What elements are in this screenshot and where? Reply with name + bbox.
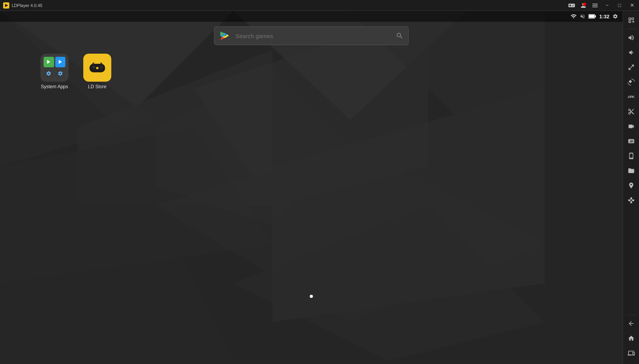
svg-point-25 <box>102 66 103 68</box>
search-bar[interactable] <box>214 26 409 45</box>
file-manager-button[interactable] <box>624 164 638 178</box>
desktop-icons: System Apps <box>39 54 113 89</box>
multi-instance-button[interactable] <box>624 13 638 27</box>
phone-button[interactable] <box>624 149 638 163</box>
ld-store-label: LD Store <box>88 84 106 89</box>
svg-rect-23 <box>93 65 94 69</box>
home-button[interactable] <box>624 331 638 345</box>
titlebar-title: LDPlayer 4.0.45 <box>12 3 42 8</box>
system-apps-icon-img <box>40 54 68 82</box>
volume-up-button[interactable] <box>624 31 638 45</box>
notification-dot <box>583 3 586 6</box>
svg-rect-16 <box>595 16 596 18</box>
wifi-icon <box>571 13 577 19</box>
svg-point-24 <box>100 66 101 68</box>
close-button[interactable]: ✕ <box>628 2 636 9</box>
svg-marker-20 <box>59 60 62 64</box>
system-apps-label: System Apps <box>41 84 68 89</box>
screenshot-button[interactable] <box>624 105 638 119</box>
search-icon[interactable] <box>396 32 404 40</box>
settings-icon[interactable] <box>613 14 618 19</box>
menu-icon[interactable] <box>592 2 599 9</box>
sidebar-bottom <box>624 314 638 362</box>
back-button[interactable] <box>624 317 638 331</box>
gamepad-sidebar-button[interactable] <box>624 193 638 207</box>
titlebar-left: LDPlayer 4.0.45 <box>3 2 42 9</box>
svg-point-27 <box>96 67 98 69</box>
minimize-button[interactable]: − <box>603 2 611 9</box>
time-display: 1:32 <box>599 14 609 19</box>
titlebar-controls: − □ ✕ <box>568 2 636 9</box>
home-indicator-dot <box>310 295 313 298</box>
svg-point-26 <box>100 68 102 69</box>
silent-icon <box>580 14 585 19</box>
screen-resize-button[interactable] <box>624 60 638 74</box>
keyboard-button[interactable] <box>624 134 638 148</box>
titlebar: LDPlayer 4.0.45 − □ ✕ <box>0 0 639 11</box>
rotate-button[interactable] <box>624 75 638 89</box>
ld-store-icon-img <box>83 54 111 82</box>
gamepad-icon[interactable] <box>568 2 575 9</box>
record-video-button[interactable] <box>624 119 638 133</box>
install-apk-button[interactable]: APK <box>624 90 638 104</box>
sidebar-divider-bottom <box>626 315 637 315</box>
search-input[interactable] <box>235 33 392 39</box>
recent-apps-button[interactable] <box>624 346 638 360</box>
ldplayer-logo <box>3 2 9 9</box>
svg-marker-19 <box>47 60 50 64</box>
volume-down-button[interactable] <box>624 46 638 60</box>
android-statusbar: 1:32 <box>0 11 623 22</box>
svg-rect-17 <box>589 15 594 18</box>
location-button[interactable] <box>624 178 638 192</box>
android-area: 1:32 <box>0 11 623 364</box>
play-logo-icon <box>223 32 232 40</box>
right-sidebar: APK <box>623 11 639 364</box>
system-apps-icon[interactable]: System Apps <box>39 54 70 89</box>
battery-icon <box>588 14 596 19</box>
account-icon[interactable] <box>580 2 587 9</box>
sidebar-divider-1 <box>626 29 637 29</box>
ld-store-icon[interactable]: LD Store <box>82 54 113 89</box>
restore-button[interactable]: □ <box>616 2 623 9</box>
